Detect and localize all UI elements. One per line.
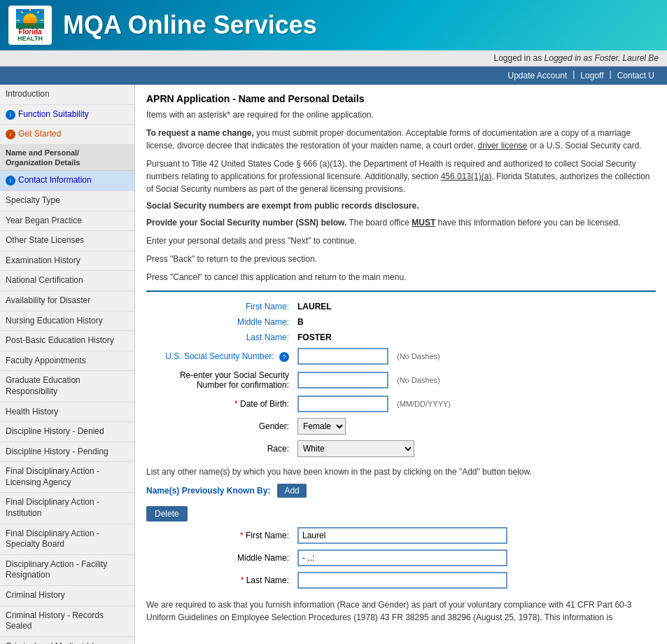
middle-name-row: Middle Name: B <box>146 314 656 330</box>
sidebar-item-final-specialty[interactable]: Final Disciplinary Action - Specialty Bo… <box>0 524 134 555</box>
logo-florida-text: Florida <box>18 29 41 36</box>
sidebar-item-function-label: Function Suitability <box>18 109 89 120</box>
sidebar-item-faculty-label: Faculty Appointments <box>6 356 86 367</box>
ssn-input[interactable] <box>297 348 388 365</box>
sidebar-item-examination[interactable]: Examination History <box>0 251 134 272</box>
dob-input[interactable] <box>297 396 388 412</box>
ssn-label: U.S. Social Security Number: ? <box>146 345 293 368</box>
sidebar-item-availability-label: Availability for Disaster <box>6 295 90 307</box>
sidebar-item-graduate-label: Graduate Education Responsibility <box>6 375 129 397</box>
sidebar-item-criminal-sealed-label: Criminal History - Records Sealed <box>6 610 129 632</box>
header: Florida HEALTH MQA Online Services <box>0 0 667 50</box>
sidebar-item-criminal-history[interactable]: Criminal History <box>0 586 134 606</box>
sidebar-item-health-history[interactable]: Health History <box>0 402 134 423</box>
sidebar-item-get-started-label: Get Started <box>18 129 61 140</box>
race-select[interactable]: White Black or African American Asian Am… <box>297 440 414 457</box>
last-name-label: Last Name: <box>146 330 293 345</box>
first-name-row: First Name: LAUREL <box>146 299 656 314</box>
logo: Florida HEALTH <box>8 6 52 45</box>
logo-health-text: HEALTH <box>17 36 43 42</box>
sidebar-item-examination-label: Examination History <box>6 255 80 267</box>
instruction-3: Press "Cancel" to cancel this applicatio… <box>146 271 656 284</box>
ssn-help-icon[interactable]: ? <box>279 352 289 362</box>
sidebar-item-nursing-education[interactable]: Nursing Education History <box>0 312 134 332</box>
sidebar-item-final-licensing[interactable]: Final Disciplinary Action - Licensing Ag… <box>0 462 134 493</box>
sidebar-item-nursing-label: Nursing Education History <box>6 316 103 327</box>
sidebar-item-post-basic[interactable]: Post-Basic Education History <box>0 331 134 351</box>
sidebar-item-national-cert-label: National Certification <box>6 275 83 286</box>
last-name-value: FOSTER <box>293 330 656 345</box>
previously-known-form: First Name: Middle Name: Last Name: <box>146 524 656 592</box>
sidebar-item-year-began[interactable]: Year Began Practice <box>0 211 134 232</box>
names-previously-row: Name(s) Previously Known By: Add <box>146 484 656 498</box>
page-title: APRN Application - Name and Personal Det… <box>146 93 656 104</box>
sidebar-item-function-suitability[interactable]: i Function Suitability <box>0 105 134 125</box>
sidebar-item-final-specialty-label: Final Disciplinary Action - Specialty Bo… <box>6 528 129 550</box>
info-icon-get-started: i <box>6 130 15 139</box>
sidebar-item-other-state[interactable]: Other State Licenses <box>0 231 134 251</box>
sidebar-item-national-cert[interactable]: National Certification <box>0 271 134 291</box>
sidebar-item-introduction[interactable]: Introduction <box>0 85 134 105</box>
names-previously-label: Name(s) Previously Known By: <box>146 486 270 496</box>
sidebar-item-contact-info[interactable]: i Contact Information <box>0 171 134 191</box>
race-label: Race: <box>146 438 293 460</box>
name-change-info: To request a name change, you must submi… <box>146 127 656 152</box>
middle-name-value: B <box>293 314 656 330</box>
logged-in-text: Logged in as Logged in as Foster, Laurel… <box>493 53 659 63</box>
ssn-confirm-label: Re-enter your Social Security Number for… <box>146 368 293 393</box>
instruction-1: Enter your personal details and press "N… <box>146 234 656 247</box>
sidebar-item-discipline-pending[interactable]: Discipline History - Pending <box>0 442 134 463</box>
sidebar-item-criminal-medicaid[interactable]: Criminal and Medicaid / Medicare Fraud Q… <box>0 637 134 644</box>
ssn-confirm-hint: (No Dashes) <box>397 376 440 384</box>
ssn-confirm-input[interactable] <box>297 372 388 388</box>
gender-select[interactable]: Female Male <box>297 418 346 435</box>
contact-link[interactable]: Contact U <box>613 69 659 82</box>
sub-last-name-label: Last Name: <box>146 569 293 592</box>
personal-details-form: First Name: LAUREL Middle Name: B Last N… <box>146 299 656 460</box>
sidebar-item-get-started[interactable]: i Get Started <box>0 125 134 145</box>
compliance-text: We are required to ask that you furnish … <box>146 598 656 624</box>
sidebar-item-discipline-denied-label: Discipline History - Denied <box>6 426 104 438</box>
logoff-link[interactable]: Logoff <box>576 69 608 82</box>
sidebar-item-specialty-type[interactable]: Specialty Type <box>0 191 134 211</box>
sidebar-item-contact-label: Contact Information <box>18 175 92 186</box>
sidebar-item-disciplinary-facility[interactable]: Disciplinary Action - Facility Resignati… <box>0 555 134 586</box>
race-row: Race: White Black or African American As… <box>146 438 656 460</box>
required-note: Items with an asterisk* are required for… <box>146 110 656 120</box>
sidebar-item-availability[interactable]: Availability for Disaster <box>0 291 134 312</box>
sub-middle-name-input[interactable] <box>297 550 507 566</box>
nav-bar[interactable]: Update Account | Logoff | Contact U <box>0 66 667 85</box>
sidebar-item-post-basic-label: Post-Basic Education History <box>6 335 114 346</box>
sidebar-item-year-label: Year Began Practice <box>6 216 82 227</box>
sub-last-name-row: Last Name: <box>146 569 656 592</box>
ssn-row: U.S. Social Security Number: ? (No Dashe… <box>146 345 656 368</box>
main-layout: Introduction i Function Suitability i Ge… <box>0 85 667 644</box>
logo-sun-icon <box>16 9 44 29</box>
sidebar-item-disciplinary-facility-label: Disciplinary Action - Facility Resignati… <box>6 559 129 581</box>
dob-label: Date of Birth: <box>146 393 293 415</box>
delete-button[interactable]: Delete <box>146 506 188 522</box>
sub-middle-name-row: Middle Name: <box>146 547 656 569</box>
sidebar-item-faculty[interactable]: Faculty Appointments <box>0 351 134 372</box>
sidebar-item-discipline-denied[interactable]: Discipline History - Denied <box>0 422 134 442</box>
sidebar-item-health-label: Health History <box>6 407 58 418</box>
info-icon-function: i <box>6 110 15 120</box>
sidebar-item-introduction-label: Introduction <box>6 89 50 100</box>
sidebar-section-name-personal: Name and Personal/Organization Details <box>0 145 134 172</box>
header-title: MQA Online Services <box>63 10 317 40</box>
sidebar-item-criminal-medicaid-label: Criminal and Medicaid / Medicare Fraud Q… <box>6 641 129 644</box>
sub-last-name-input[interactable] <box>297 572 507 589</box>
sub-first-name-input[interactable] <box>297 527 507 544</box>
top-bar: Logged in as Logged in as Foster, Laurel… <box>0 50 667 66</box>
gender-label: Gender: <box>146 415 293 438</box>
sidebar-item-criminal-sealed[interactable]: Criminal History - Records Sealed <box>0 606 134 637</box>
svg-rect-7 <box>16 23 44 29</box>
sidebar-item-final-institution[interactable]: Final Disciplinary Action - Institution <box>0 493 134 524</box>
update-account-link[interactable]: Update Account <box>504 69 572 82</box>
ssn-exempt-text: Social Security numbers are exempt from … <box>146 201 656 211</box>
sidebar-item-final-institution-label: Final Disciplinary Action - Institution <box>6 497 129 519</box>
add-button[interactable]: Add <box>277 484 306 498</box>
instruction-2: Press "Back" to return to the previous s… <box>146 253 656 265</box>
sidebar-item-graduate-ed[interactable]: Graduate Education Responsibility <box>0 371 134 402</box>
ssn-legal-text: Pursuant to Title 42 United States Code … <box>146 158 656 195</box>
